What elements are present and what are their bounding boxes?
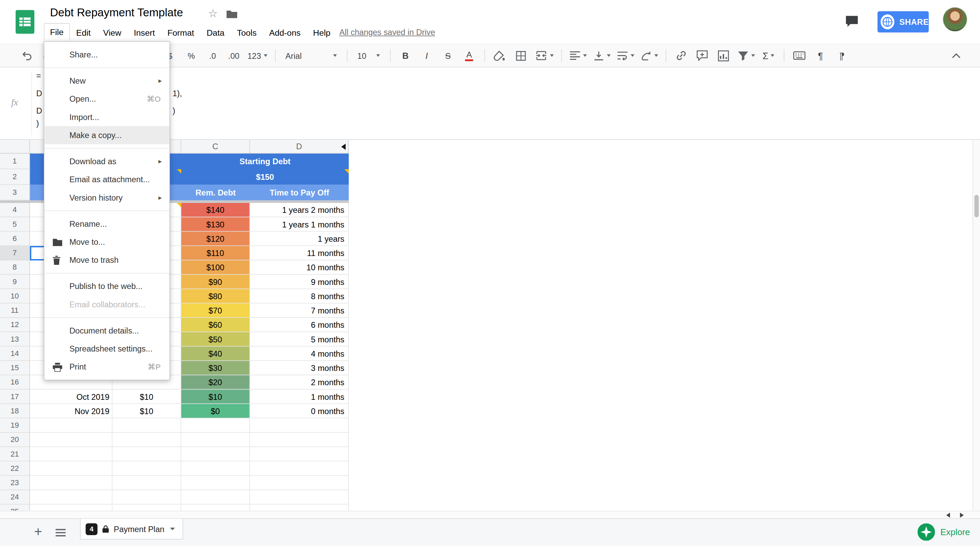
cell-D16[interactable]: 2 months bbox=[250, 375, 349, 390]
all-sheets-icon[interactable] bbox=[51, 523, 70, 542]
text-direction-ltr-button[interactable]: ¶ bbox=[811, 48, 829, 64]
cell-C19[interactable] bbox=[181, 419, 250, 433]
row-header-17[interactable]: 17 bbox=[0, 390, 30, 404]
borders-icon[interactable] bbox=[512, 48, 530, 64]
row-header-2[interactable]: 2 bbox=[0, 169, 30, 185]
vertical-align-button[interactable] bbox=[592, 48, 612, 64]
sheets-logo-icon[interactable] bbox=[13, 10, 37, 34]
cell-D6[interactable]: 1 years bbox=[250, 232, 349, 246]
menu-tools[interactable]: Tools bbox=[231, 25, 263, 40]
cell-C20[interactable] bbox=[181, 433, 250, 447]
col-header-rem-debt[interactable]: Rem. Debt bbox=[181, 185, 250, 201]
cell-A19[interactable] bbox=[30, 419, 112, 433]
undo-icon[interactable] bbox=[18, 48, 35, 64]
cell-A24[interactable] bbox=[30, 490, 112, 505]
tab-menu-icon[interactable] bbox=[170, 528, 175, 530]
cell-D14[interactable]: 4 months bbox=[250, 346, 349, 361]
cell-D18[interactable]: 0 months bbox=[250, 404, 349, 418]
menu-edit[interactable]: Edit bbox=[70, 25, 97, 40]
row-header-5[interactable]: 5 bbox=[0, 217, 30, 232]
vertical-scrollbar-thumb[interactable] bbox=[974, 195, 978, 217]
move-folder-icon[interactable] bbox=[226, 10, 237, 21]
text-wrap-button[interactable] bbox=[616, 48, 636, 64]
cell-B17[interactable]: $10 bbox=[113, 390, 181, 404]
cell-D21[interactable] bbox=[250, 447, 349, 461]
file-menu-item-print[interactable]: Print⌘P bbox=[44, 358, 169, 376]
cell-C4[interactable]: $140 bbox=[181, 203, 250, 217]
cell-D7[interactable]: 11 months bbox=[250, 246, 349, 260]
row-header-13[interactable]: 13 bbox=[0, 332, 30, 346]
menu-file[interactable]: File bbox=[44, 23, 70, 40]
document-title[interactable]: Debt Repayment Template bbox=[50, 6, 183, 19]
increase-decimal-button[interactable]: .00 bbox=[225, 48, 242, 64]
sheet-tab-payment-plan[interactable]: 4 Payment Plan bbox=[80, 519, 183, 540]
cell-C9[interactable]: $90 bbox=[181, 275, 250, 289]
cell-C24[interactable] bbox=[181, 490, 250, 505]
filter-button[interactable] bbox=[736, 48, 756, 64]
row-header-1[interactable]: 1 bbox=[0, 154, 30, 169]
horizontal-scrollbar[interactable] bbox=[0, 511, 980, 518]
file-menu-item-share[interactable]: Share... bbox=[44, 46, 169, 63]
cell-D19[interactable] bbox=[250, 419, 349, 433]
cell-A25[interactable] bbox=[30, 505, 112, 511]
row-header-10[interactable]: 10 bbox=[0, 289, 30, 303]
menu-view[interactable]: View bbox=[97, 25, 127, 40]
functions-button[interactable]: Σ bbox=[760, 48, 777, 64]
decrease-decimal-button[interactable]: .0 bbox=[204, 48, 221, 64]
col-header-time-to-pay-off[interactable]: Time to Pay Off bbox=[250, 185, 349, 201]
text-color-button[interactable]: A bbox=[460, 48, 478, 64]
cell-A22[interactable] bbox=[30, 461, 112, 476]
column-header-c[interactable]: C bbox=[181, 140, 250, 153]
vertical-scrollbar[interactable] bbox=[972, 140, 980, 511]
comments-icon[interactable] bbox=[845, 15, 859, 30]
cell-D5[interactable]: 1 years 1 months bbox=[250, 217, 349, 232]
scroll-left-icon[interactable] bbox=[946, 513, 950, 518]
insert-comment-icon[interactable] bbox=[694, 48, 711, 64]
row-header-11[interactable]: 11 bbox=[0, 303, 30, 318]
menu-insert[interactable]: Insert bbox=[127, 25, 161, 40]
cell-C7[interactable]: $110 bbox=[181, 246, 250, 260]
row-header-7[interactable]: 7 bbox=[0, 246, 30, 260]
file-menu-item-spreadsheet-settings[interactable]: Spreadsheet settings... bbox=[44, 340, 169, 358]
fill-color-icon[interactable] bbox=[491, 48, 508, 64]
cell-D25[interactable] bbox=[250, 505, 349, 511]
cell-D23[interactable] bbox=[250, 476, 349, 490]
cell-C25[interactable] bbox=[181, 505, 250, 511]
text-direction-rtl-button[interactable]: ¶ bbox=[833, 48, 850, 64]
explore-button[interactable]: Explore bbox=[917, 523, 970, 541]
cell-C14[interactable]: $40 bbox=[181, 346, 250, 361]
horizontal-align-button[interactable] bbox=[568, 48, 588, 64]
cell-C21[interactable] bbox=[181, 447, 250, 461]
cell-B24[interactable] bbox=[113, 490, 181, 505]
cell-D12[interactable]: 6 months bbox=[250, 318, 349, 332]
insert-link-icon[interactable] bbox=[672, 48, 690, 64]
file-menu-item-email-as-attachment[interactable]: Email as attachment... bbox=[44, 170, 169, 188]
bold-button[interactable]: B bbox=[397, 48, 414, 64]
saved-status-link[interactable]: All changes saved in Drive bbox=[339, 27, 435, 37]
hidden-columns-icon[interactable] bbox=[341, 143, 346, 149]
insert-chart-icon[interactable] bbox=[715, 48, 732, 64]
row-header-20[interactable]: 20 bbox=[0, 433, 30, 447]
cell-D22[interactable] bbox=[250, 461, 349, 476]
cell-B25[interactable] bbox=[113, 505, 181, 511]
collapse-toolbar-icon[interactable] bbox=[947, 48, 965, 64]
more-formats-button[interactable]: 123 bbox=[247, 48, 269, 64]
row-header-8[interactable]: 8 bbox=[0, 260, 30, 275]
row-header-25[interactable]: 25 bbox=[0, 505, 30, 511]
row-header-6[interactable]: 6 bbox=[0, 232, 30, 246]
cell-B23[interactable] bbox=[113, 476, 181, 490]
cell-B19[interactable] bbox=[113, 419, 181, 433]
cell-B20[interactable] bbox=[113, 433, 181, 447]
cell-D15[interactable]: 3 months bbox=[250, 361, 349, 375]
cell-C15[interactable]: $30 bbox=[181, 361, 250, 375]
file-menu-item-open[interactable]: Open...⌘O bbox=[44, 90, 169, 108]
strikethrough-button[interactable]: S bbox=[439, 48, 457, 64]
cell-C17[interactable]: $10 bbox=[181, 390, 250, 404]
starting-debt-value[interactable]: $150 bbox=[181, 169, 349, 185]
row-header-21[interactable]: 21 bbox=[0, 447, 30, 461]
menu-addons[interactable]: Add-ons bbox=[263, 25, 307, 40]
row-header-19[interactable]: 19 bbox=[0, 419, 30, 433]
file-menu-item-version-history[interactable]: Version history▸ bbox=[44, 189, 169, 207]
row-header-22[interactable]: 22 bbox=[0, 461, 30, 476]
cell-C18[interactable]: $0 bbox=[181, 404, 250, 418]
